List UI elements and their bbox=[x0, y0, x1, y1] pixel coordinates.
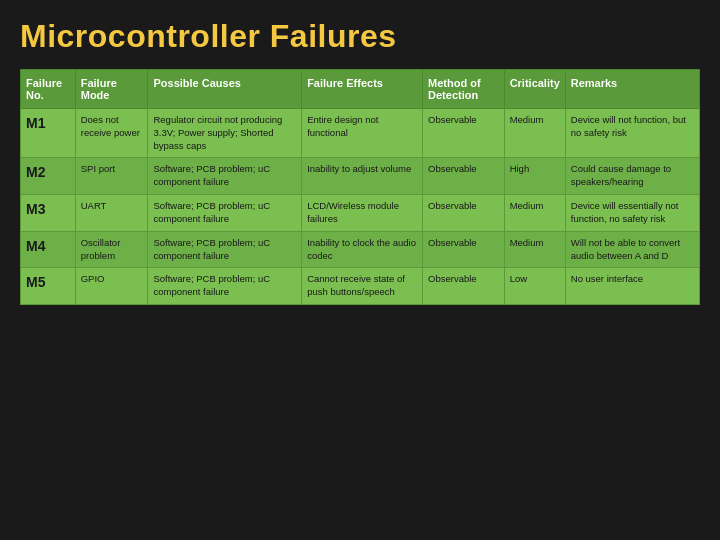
cell-criticality: Medium bbox=[504, 231, 565, 268]
cell-effects: Entire design not functional bbox=[302, 109, 423, 158]
cell-detection: Observable bbox=[423, 109, 505, 158]
cell-causes: Regulator circuit not producing 3.3V; Po… bbox=[148, 109, 302, 158]
cell-remarks: Could cause damage to speakers/hearing bbox=[565, 158, 699, 195]
cell-effects: LCD/Wireless module failures bbox=[302, 195, 423, 232]
col-header-failure-no: Failure No. bbox=[21, 70, 76, 109]
cell-detection: Observable bbox=[423, 268, 505, 305]
col-header-failure-effects: Failure Effects bbox=[302, 70, 423, 109]
cell-mode: Oscillator problem bbox=[75, 231, 148, 268]
cell-criticality: High bbox=[504, 158, 565, 195]
cell-detection: Observable bbox=[423, 158, 505, 195]
table-header-row: Failure No. Failure Mode Possible Causes… bbox=[21, 70, 700, 109]
col-header-failure-mode: Failure Mode bbox=[75, 70, 148, 109]
cell-id: M5 bbox=[21, 268, 76, 305]
cell-criticality: Low bbox=[504, 268, 565, 305]
cell-id: M1 bbox=[21, 109, 76, 158]
col-header-criticality: Criticality bbox=[504, 70, 565, 109]
cell-effects: Inability to adjust volume bbox=[302, 158, 423, 195]
cell-criticality: Medium bbox=[504, 195, 565, 232]
page: Microcontroller Failures Failure No. Fai… bbox=[0, 0, 720, 540]
cell-remarks: No user interface bbox=[565, 268, 699, 305]
table-row: M4Oscillator problemSoftware; PCB proble… bbox=[21, 231, 700, 268]
table-row: M5GPIOSoftware; PCB problem; uC componen… bbox=[21, 268, 700, 305]
col-header-possible-causes: Possible Causes bbox=[148, 70, 302, 109]
cell-effects: Cannot receive state of push buttons/spe… bbox=[302, 268, 423, 305]
cell-mode: SPI port bbox=[75, 158, 148, 195]
table-row: M1Does not receive powerRegulator circui… bbox=[21, 109, 700, 158]
col-header-remarks: Remarks bbox=[565, 70, 699, 109]
cell-causes: Software; PCB problem; uC component fail… bbox=[148, 231, 302, 268]
cell-causes: Software; PCB problem; uC component fail… bbox=[148, 195, 302, 232]
cell-id: M4 bbox=[21, 231, 76, 268]
cell-id: M2 bbox=[21, 158, 76, 195]
cell-detection: Observable bbox=[423, 231, 505, 268]
cell-id: M3 bbox=[21, 195, 76, 232]
table-row: M3UARTSoftware; PCB problem; uC componen… bbox=[21, 195, 700, 232]
cell-mode: Does not receive power bbox=[75, 109, 148, 158]
table-row: M2SPI portSoftware; PCB problem; uC comp… bbox=[21, 158, 700, 195]
failures-table: Failure No. Failure Mode Possible Causes… bbox=[20, 69, 700, 305]
cell-causes: Software; PCB problem; uC component fail… bbox=[148, 268, 302, 305]
cell-criticality: Medium bbox=[504, 109, 565, 158]
cell-causes: Software; PCB problem; uC component fail… bbox=[148, 158, 302, 195]
cell-remarks: Device will essentially not function, no… bbox=[565, 195, 699, 232]
col-header-method-detection: Method of Detection bbox=[423, 70, 505, 109]
cell-mode: UART bbox=[75, 195, 148, 232]
cell-mode: GPIO bbox=[75, 268, 148, 305]
cell-detection: Observable bbox=[423, 195, 505, 232]
cell-effects: Inability to clock the audio codec bbox=[302, 231, 423, 268]
page-title: Microcontroller Failures bbox=[20, 18, 700, 55]
cell-remarks: Device will not function, but no safety … bbox=[565, 109, 699, 158]
cell-remarks: Will not be able to convert audio betwee… bbox=[565, 231, 699, 268]
